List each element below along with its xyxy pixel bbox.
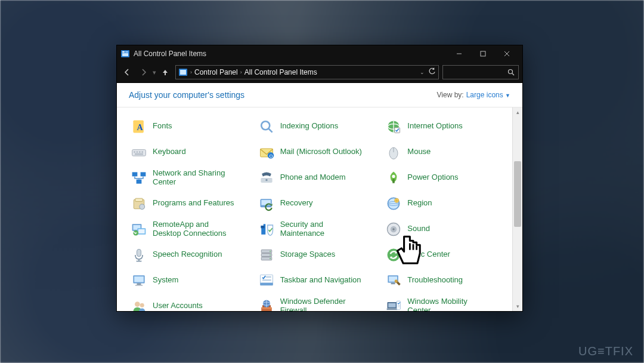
scroll-thumb[interactable] <box>514 161 521 227</box>
speech-icon <box>130 246 148 264</box>
cp-item-mouse[interactable]: Mouse <box>382 139 509 165</box>
scroll-up[interactable]: ▴ <box>513 107 522 117</box>
control-panel-window: All Control Panel Items ▾ <box>116 45 523 312</box>
svg-rect-52 <box>138 229 145 233</box>
cp-item-keyboard[interactable]: Keyboard <box>128 139 254 165</box>
user-accounts-icon <box>130 297 148 312</box>
close-button[interactable] <box>495 45 519 62</box>
address-icon <box>178 67 188 77</box>
items-grid: AFontsIndexing OptionsInternet OptionsKe… <box>117 107 512 311</box>
svg-point-66 <box>270 258 271 259</box>
svg-rect-36 <box>393 179 395 183</box>
network-icon <box>130 169 148 187</box>
cp-item-label: Security and Maintenance <box>280 220 364 238</box>
svg-rect-1 <box>122 51 125 53</box>
cp-item-programs[interactable]: Programs and Features <box>128 190 254 216</box>
svg-rect-70 <box>137 283 141 285</box>
troubleshoot-icon <box>385 272 402 290</box>
breadcrumb-control-panel[interactable]: Control Panel› <box>194 68 242 76</box>
cp-item-mail[interactable]: OMail (Microsoft Outlook) <box>255 139 382 165</box>
cp-item-mobility[interactable]: Windows Mobility Center <box>382 293 509 311</box>
svg-rect-78 <box>391 282 395 284</box>
address-bar[interactable]: › Control Panel› All Control Panel Items… <box>175 65 439 79</box>
mail-icon: O <box>258 143 275 161</box>
cp-item-label: System <box>153 276 178 285</box>
svg-point-35 <box>265 179 268 181</box>
cp-item-user-accounts[interactable]: User Accounts <box>128 293 254 311</box>
svg-point-10 <box>509 70 513 74</box>
svg-rect-22 <box>137 151 138 153</box>
forward-button[interactable] <box>137 66 150 79</box>
cp-item-label: Storage Spaces <box>280 250 336 259</box>
cp-item-taskbar[interactable]: Taskbar and Navigation <box>255 267 382 293</box>
titlebar: All Control Panel Items <box>117 45 522 62</box>
chevron-right-icon: › <box>190 69 192 75</box>
cp-item-speech[interactable]: Speech Recognition <box>128 242 254 267</box>
svg-rect-54 <box>261 225 264 227</box>
cp-item-storage[interactable]: Storage Spaces <box>255 242 382 267</box>
page-title: Adjust your computer's settings <box>129 90 244 100</box>
minimize-button[interactable] <box>447 45 471 62</box>
cp-item-defender[interactable]: Windows Defender Firewall <box>255 293 382 311</box>
cp-item-label: Sound <box>407 224 430 233</box>
cp-item-remoteapp[interactable]: RemoteApp and Desktop Connections <box>128 216 254 242</box>
cp-item-sound[interactable]: Sound <box>382 216 509 242</box>
svg-point-57 <box>393 228 395 230</box>
cp-item-security[interactable]: Security and Maintenance <box>255 216 382 242</box>
svg-rect-33 <box>137 179 142 183</box>
cp-item-troubleshoot[interactable]: Troubleshooting <box>382 267 509 293</box>
cp-item-indexing[interactable]: Indexing Options <box>255 113 382 139</box>
cp-item-fonts[interactable]: AFonts <box>128 113 254 139</box>
search-input[interactable] <box>442 65 519 79</box>
system-icon <box>130 272 148 290</box>
cp-item-sync[interactable]: Sync Center <box>382 242 509 267</box>
svg-rect-32 <box>141 172 146 176</box>
back-button[interactable] <box>120 66 134 79</box>
svg-rect-9 <box>180 70 186 75</box>
watermark: UG≡TFIX <box>578 344 633 358</box>
cp-item-phone-modem[interactable]: Phone and Modem <box>255 165 382 190</box>
cp-item-label: Mouse <box>407 147 431 156</box>
cp-item-internet-options[interactable]: Internet Options <box>382 113 509 139</box>
navbar: ▾ › Control Panel› All Control Panel Ite… <box>117 62 522 83</box>
history-dropdown[interactable]: ▾ <box>153 69 156 76</box>
svg-text:O: O <box>269 153 273 158</box>
svg-rect-58 <box>137 249 141 256</box>
up-button[interactable] <box>159 66 172 79</box>
svg-rect-2 <box>125 51 128 53</box>
app-icon <box>120 49 130 59</box>
svg-rect-25 <box>135 153 143 155</box>
cp-item-recovery[interactable]: Recovery <box>255 190 382 216</box>
svg-rect-39 <box>135 198 143 201</box>
breadcrumb-dropdown[interactable]: ⌄ <box>420 69 425 75</box>
cp-item-label: Indexing Options <box>280 122 339 131</box>
breadcrumb-all-items[interactable]: All Control Panel Items <box>244 68 317 76</box>
cp-item-label: Windows Defender Firewall <box>280 297 364 311</box>
power-icon <box>385 169 402 187</box>
maximize-button[interactable] <box>471 45 495 62</box>
svg-rect-71 <box>135 285 143 286</box>
svg-rect-31 <box>132 172 138 176</box>
view-by-select[interactable]: Large icons ▼ <box>466 91 510 99</box>
svg-point-81 <box>140 303 144 307</box>
svg-rect-73 <box>260 282 273 285</box>
svg-point-14 <box>261 121 270 130</box>
svg-rect-23 <box>139 151 141 153</box>
security-icon <box>258 220 275 238</box>
cp-item-label: Phone and Modem <box>280 173 346 182</box>
cp-item-network[interactable]: Network and Sharing Center <box>128 165 254 190</box>
defender-icon <box>258 297 275 312</box>
subheader: Adjust your computer's settings View by:… <box>117 83 522 107</box>
mouse-icon <box>385 143 402 161</box>
svg-rect-3 <box>122 53 128 56</box>
cp-item-system[interactable]: System <box>128 267 254 293</box>
scrollbar[interactable]: ▴ ▾ <box>512 107 522 311</box>
scroll-down[interactable]: ▾ <box>513 302 522 311</box>
svg-point-40 <box>140 204 145 209</box>
cp-item-label: Mail (Microsoft Outlook) <box>280 147 362 156</box>
keyboard-icon <box>130 143 148 161</box>
refresh-button[interactable] <box>428 67 436 77</box>
cp-item-power[interactable]: Power Options <box>382 165 509 190</box>
cp-item-label: Network and Sharing Center <box>153 169 236 187</box>
cp-item-region[interactable]: Region <box>382 190 509 216</box>
